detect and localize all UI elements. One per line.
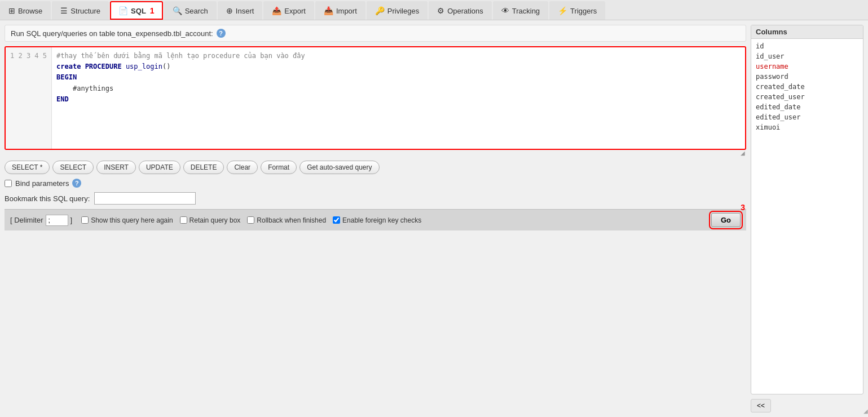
collapse-button[interactable]: << (751, 399, 771, 412)
tracking-tab-label: Tracking (512, 7, 540, 15)
tab-export[interactable]: 📤Export (263, 1, 314, 20)
operations-tab-label: Operations (447, 7, 483, 15)
rollback-checkbox[interactable] (247, 216, 254, 224)
sql-tab-icon: 📄 (118, 6, 128, 15)
column-item-password[interactable]: password (751, 72, 863, 82)
show-again-checkbox[interactable] (81, 216, 89, 224)
foreign-key-text: Enable foreign key checks (342, 216, 421, 224)
query-label-bar: Run SQL query/queries on table tona_expe… (5, 25, 746, 42)
query-label-text: Run SQL query/queries on table tona_expe… (11, 29, 213, 38)
foreign-key-checkbox[interactable] (333, 216, 340, 224)
right-panel: Columns idid_userusernamepasswordcreated… (751, 25, 863, 412)
line-numbers: 1 2 3 4 5 (6, 47, 52, 149)
sql-button-row: SELECT *SELECTINSERTUPDATEDELETEClearFor… (5, 161, 746, 174)
tracking-tab-icon: 👁 (501, 6, 509, 15)
triggers-tab-icon: ⚡ (558, 6, 567, 15)
rollback-label[interactable]: Rollback when finished (247, 216, 326, 224)
column-item-created_user[interactable]: created_user (751, 92, 863, 102)
show-again-label[interactable]: Show this query here again (81, 216, 173, 224)
query-help-icon[interactable]: ? (217, 29, 226, 38)
columns-box: Columns idid_userusernamepasswordcreated… (751, 25, 863, 394)
export-tab-icon: 📤 (272, 6, 281, 15)
retain-box-label[interactable]: Retain query box (180, 216, 241, 224)
clear-button[interactable]: Clear (227, 161, 258, 174)
show-again-text: Show this query here again (91, 216, 173, 224)
go-button[interactable]: Go (711, 213, 741, 227)
browse-tab-label: Browse (18, 7, 42, 15)
import-tab-icon: 📥 (324, 6, 333, 15)
column-item-ximuoi[interactable]: ximuoi (751, 122, 863, 132)
update-button[interactable]: UPDATE (139, 161, 180, 174)
bind-help-icon[interactable]: ? (72, 179, 81, 188)
columns-list: idid_userusernamepasswordcreated_datecre… (751, 39, 863, 135)
sql-badge: 1 (150, 6, 155, 15)
insert-tab-icon: ⊕ (226, 6, 233, 15)
tab-insert[interactable]: ⊕Insert (218, 1, 263, 20)
bind-parameters-row: Bind parameters ? (5, 179, 746, 188)
bottom-resize-icon[interactable]: ◢ (859, 408, 868, 417)
sql-tab-label: SQL (131, 7, 146, 15)
format-button[interactable]: Format (261, 161, 297, 174)
bind-parameters-label[interactable]: Bind parameters (15, 179, 69, 188)
triggers-tab-label: Triggers (570, 7, 597, 15)
structure-tab-icon: ☰ (60, 6, 68, 15)
get-auto-saved-button[interactable]: Get auto-saved query (299, 161, 379, 174)
bookmark-input[interactable] (94, 192, 196, 205)
tab-triggers[interactable]: ⚡Triggers (549, 1, 605, 20)
delete-button[interactable]: DELETE (183, 161, 224, 174)
search-tab-icon: 🔍 (173, 6, 182, 15)
delimiter-close-label: ] (71, 216, 73, 224)
tab-import[interactable]: 📥Import (315, 1, 365, 20)
tab-structure[interactable]: ☰Structure (52, 1, 109, 20)
tab-browse[interactable]: ⊞Browse (0, 1, 51, 20)
column-item-edited_user[interactable]: edited_user (751, 112, 863, 122)
column-item-id[interactable]: id (751, 41, 863, 51)
retain-box-checkbox[interactable] (180, 216, 187, 224)
select-star-button[interactable]: SELECT * (5, 161, 50, 174)
columns-header: Columns (751, 25, 863, 39)
bookmark-row: Bookmark this SQL query: (5, 192, 746, 205)
delimiter-open-label: [ Delimiter (10, 216, 43, 224)
browse-tab-icon: ⊞ (8, 6, 15, 15)
left-panel: Run SQL query/queries on table tona_expe… (5, 25, 746, 412)
search-tab-label: Search (185, 7, 208, 15)
select-button[interactable]: SELECT (52, 161, 94, 174)
resize-handle[interactable]: ◢ (5, 150, 746, 156)
structure-tab-label: Structure (71, 7, 100, 15)
footer-checkboxes: Show this query here againRetain query b… (81, 216, 421, 224)
privileges-tab-icon: 🔑 (375, 6, 385, 15)
sql-code-area[interactable]: #thay thế bên dưới bằng mã lệnh tạo proc… (52, 47, 745, 149)
tab-search[interactable]: 🔍Search (164, 1, 217, 20)
tab-operations[interactable]: ⚙Operations (429, 1, 492, 20)
delimiter-input[interactable] (46, 215, 68, 226)
main-content: Run SQL query/queries on table tona_expe… (0, 20, 868, 417)
delimiter-wrap: [ Delimiter ] (10, 215, 72, 226)
export-tab-label: Export (284, 7, 306, 15)
foreign-key-label[interactable]: Enable foreign key checks (333, 216, 421, 224)
tab-privileges[interactable]: 🔑Privileges (367, 1, 428, 20)
column-item-username[interactable]: username (751, 61, 863, 72)
rollback-text: Rollback when finished (257, 216, 326, 224)
privileges-tab-label: Privileges (387, 7, 419, 15)
insert-button[interactable]: INSERT (96, 161, 136, 174)
bind-parameters-checkbox[interactable] (5, 180, 12, 187)
bookmark-label: Bookmark this SQL query: (5, 194, 90, 203)
column-item-id_user[interactable]: id_user (751, 51, 863, 61)
sql-editor-outer: 1 2 3 4 5 #thay thế bên dưới bằng mã lện… (5, 46, 746, 150)
tab-tracking[interactable]: 👁Tracking (493, 1, 548, 20)
column-item-edited_date[interactable]: edited_date (751, 102, 863, 112)
operations-tab-icon: ⚙ (437, 6, 444, 15)
sql-editor-wrap: 1 2 3 4 5 #thay thế bên dưới bằng mã lện… (5, 46, 746, 156)
column-item-created_date[interactable]: created_date (751, 82, 863, 92)
annotation-3-label: 3 (741, 203, 745, 212)
footer-bar: [ Delimiter ] Show this query here again… (5, 209, 746, 230)
tab-bar: ⊞Browse☰Structure📄SQL1🔍Search⊕Insert📤Exp… (0, 0, 868, 20)
insert-tab-label: Insert (236, 7, 254, 15)
tab-sql[interactable]: 📄SQL1 (110, 1, 163, 20)
import-tab-label: Import (336, 7, 357, 15)
go-button-wrap: 3 Go (711, 213, 741, 227)
retain-box-text: Retain query box (190, 216, 241, 224)
